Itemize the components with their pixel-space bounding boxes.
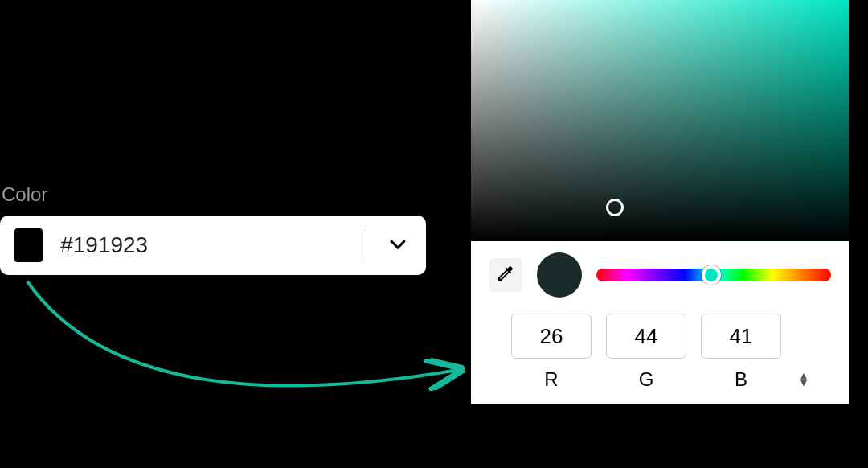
divider: [366, 229, 366, 261]
hue-slider[interactable]: [596, 269, 831, 281]
r-label: R: [511, 368, 592, 391]
g-label: G: [606, 368, 686, 391]
rgb-labels-row: R G B ▴ ▾: [471, 363, 849, 404]
r-input[interactable]: [511, 314, 592, 359]
swatch-preview: [14, 228, 43, 262]
saturation-value-area[interactable]: [471, 0, 849, 241]
hue-handle[interactable]: [702, 265, 721, 285]
b-input[interactable]: [701, 314, 781, 359]
sv-handle[interactable]: [606, 199, 624, 216]
eyedropper-button[interactable]: [489, 258, 522, 292]
hex-input[interactable]: [60, 232, 348, 258]
caret-down-icon: ▾: [800, 380, 807, 387]
rgb-inputs-row: [471, 302, 849, 363]
color-field-label: Color: [0, 183, 434, 206]
b-label: B: [701, 368, 781, 391]
color-mode-switch[interactable]: ▴ ▾: [796, 372, 812, 387]
expand-button[interactable]: [384, 232, 416, 259]
color-combobox[interactable]: [0, 216, 426, 275]
picker-toolbar: [471, 241, 849, 302]
g-input[interactable]: [606, 314, 686, 359]
current-color-swatch: [537, 252, 582, 298]
color-picker-panel: R G B ▴ ▾: [471, 0, 849, 404]
chevron-down-icon: [386, 232, 410, 259]
eyedropper-icon: [496, 264, 515, 286]
color-field-group: Color: [0, 183, 434, 275]
